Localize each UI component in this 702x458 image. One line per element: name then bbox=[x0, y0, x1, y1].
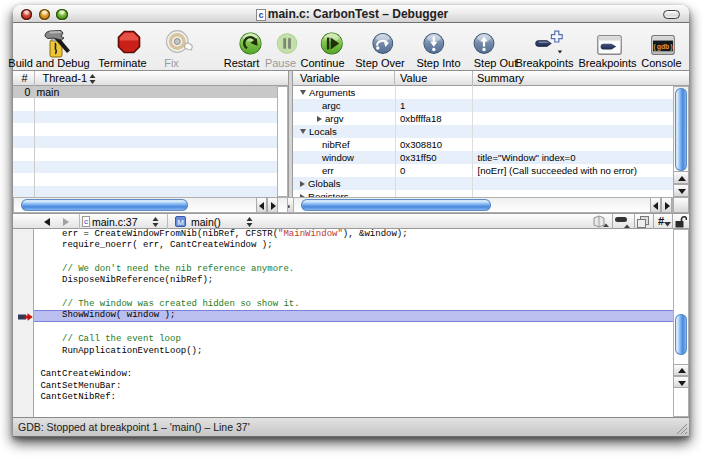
svg-text:(gdb): (gdb) bbox=[652, 43, 673, 51]
